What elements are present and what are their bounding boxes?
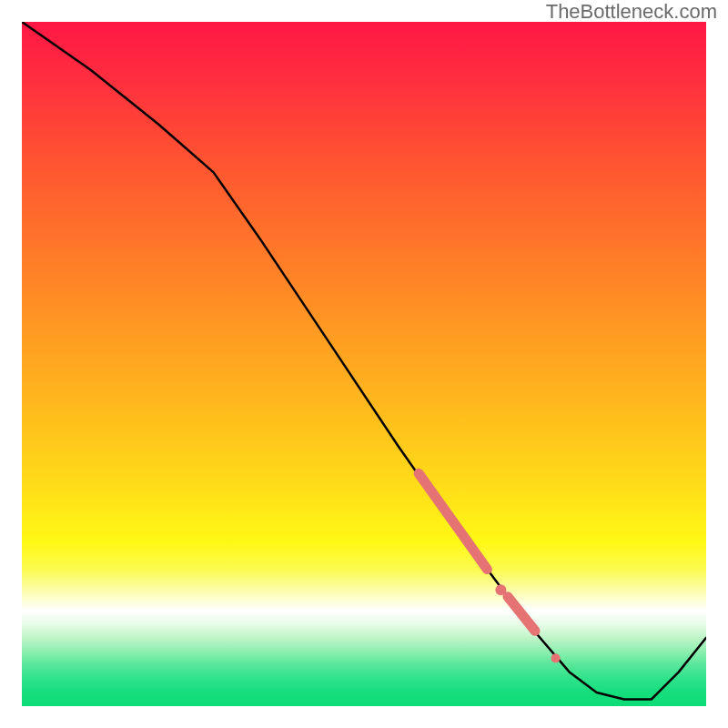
- segment-marker-1: [419, 473, 487, 569]
- segment-marker-3: [508, 597, 535, 632]
- segment-marker-4: [551, 653, 561, 662]
- plot-area: [22, 22, 706, 706]
- main-curve: [22, 22, 706, 700]
- watermark-text: TheBottleneck.com: [546, 0, 717, 24]
- chart-container: TheBottleneck.com: [0, 0, 728, 728]
